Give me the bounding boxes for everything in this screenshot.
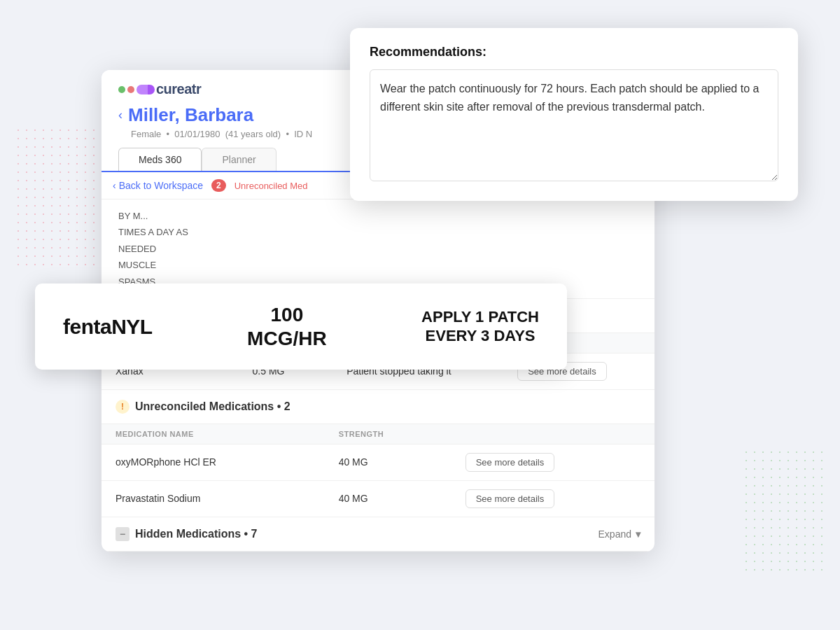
logo-text: cureatr xyxy=(156,81,201,97)
unrec-med-name-1: Pravastatin Sodium xyxy=(102,480,325,517)
chevron-left-icon[interactable]: ‹ xyxy=(118,108,122,122)
fentanyl-card: fentaNYL 100 MCG/HR APPLY 1 PATCH EVERY … xyxy=(35,284,567,370)
table-row: oxyMORphone HCl ER 40 MG See more detail… xyxy=(102,444,654,480)
dot-pattern-left xyxy=(14,126,98,266)
hidden-icon: − xyxy=(115,527,130,541)
fentanyl-name-bold: fenta xyxy=(63,315,111,338)
unrec-med-strength-0: 40 MG xyxy=(325,444,451,480)
fentanyl-dose-line1: 100 xyxy=(247,303,327,327)
see-more-unrec-0[interactable]: See more details xyxy=(465,453,555,472)
unreconciled-badge: 2 xyxy=(211,179,226,192)
table-row: Pravastatin Sodium 40 MG See more detail… xyxy=(102,480,654,517)
recommendations-card: Recommendations: xyxy=(350,28,798,201)
back-to-workspace-link[interactable]: ‹ Back to Workspace xyxy=(113,180,203,191)
expand-label[interactable]: Expand xyxy=(598,528,631,540)
partial-line-4: MUSCLE xyxy=(118,257,638,273)
tab-meds360[interactable]: Meds 360 xyxy=(118,148,202,171)
fentanyl-name-caps: NYL xyxy=(111,315,153,338)
back-label: Back to Workspace xyxy=(119,180,203,191)
patient-id: ID N xyxy=(294,129,312,139)
tab-planner[interactable]: Planner xyxy=(202,148,276,171)
unrec-col-action xyxy=(451,424,654,444)
logo-dot-green xyxy=(118,86,125,93)
fentanyl-instructions-line2: EVERY 3 DAYS xyxy=(421,327,539,345)
logo-dots xyxy=(118,85,152,94)
unreconciled-label: Unreconciled Med xyxy=(234,181,308,191)
unreconciled-icon: ! xyxy=(115,400,130,414)
unrec-med-name-0: oxyMORphone HCl ER xyxy=(102,444,325,480)
unreconciled-section-header: ! Unreconciled Medications • 2 xyxy=(102,390,654,424)
partial-line-3: NEEDED xyxy=(118,241,638,257)
patient-dob: 01/01/1980 xyxy=(174,129,220,139)
patient-gender: Female xyxy=(131,129,161,139)
logo-dot-pink xyxy=(127,86,134,93)
unrec-col-strength: STRENGTH xyxy=(325,424,451,444)
partial-line-2: TIMES A DAY AS xyxy=(118,224,638,240)
fentanyl-instructions: APPLY 1 PATCH EVERY 3 DAYS xyxy=(421,308,539,345)
back-chevron-icon: ‹ xyxy=(113,180,116,191)
unreconciled-section-title: Unreconciled Medications • 2 xyxy=(135,400,290,413)
patient-age: 41 years old xyxy=(228,129,278,139)
logo-pill xyxy=(136,85,152,94)
unrec-col-name: MEDICATION NAME xyxy=(102,424,325,444)
hidden-section-header: − Hidden Medications • 7 Expand ▾ xyxy=(102,517,654,552)
recommendations-title: Recommendations: xyxy=(370,45,778,59)
dot-pattern-right xyxy=(742,448,826,574)
fentanyl-dose-line2: MCG/HR xyxy=(247,327,327,351)
unrec-med-strength-1: 40 MG xyxy=(325,480,451,517)
fentanyl-name: fentaNYL xyxy=(63,315,153,339)
expand-row: Expand ▾ xyxy=(598,528,640,540)
expand-chevron-icon: ▾ xyxy=(636,528,640,540)
patient-name: Miller, Barbara xyxy=(128,104,253,126)
hidden-section-title: Hidden Medications • 7 xyxy=(135,528,258,540)
fentanyl-dose: 100 MCG/HR xyxy=(247,303,327,350)
recommendations-textarea[interactable] xyxy=(370,69,778,181)
unreconciled-medications-table: MEDICATION NAME STRENGTH oxyMORphone HCl… xyxy=(102,424,654,517)
partial-line-1: BY M... xyxy=(118,208,638,224)
fentanyl-instructions-line1: APPLY 1 PATCH xyxy=(421,308,539,326)
see-more-unrec-1[interactable]: See more details xyxy=(465,489,555,508)
